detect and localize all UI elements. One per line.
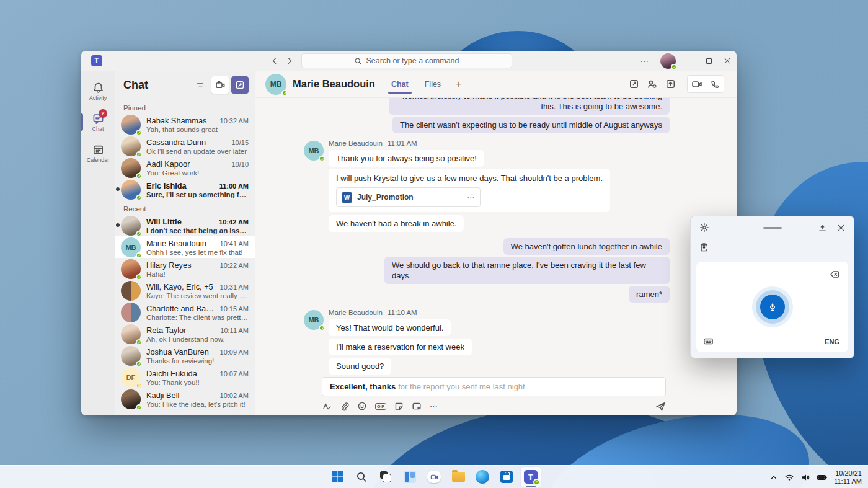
maximize-button[interactable]	[699, 51, 718, 71]
task-view-icon	[380, 471, 391, 482]
compose-area: Excellent, thanks for the report you sen…	[255, 376, 737, 415]
sidebar-item-calendar[interactable]: Calendar	[81, 139, 115, 167]
volume-icon[interactable]	[800, 472, 810, 482]
teams-window: T Search or type a command ⋯	[81, 51, 737, 415]
chat-list-item[interactable]: Cassandra Dunn10/15Ok I'll send an updat…	[115, 135, 255, 157]
sidebar-item-label: Activity	[89, 95, 107, 101]
chat-list-item[interactable]: Will Little10:42 AMI don't see that bein…	[115, 215, 255, 236]
file-more-button[interactable]: ⋯	[467, 192, 475, 203]
microphone-button[interactable]	[752, 286, 793, 327]
schedule-meeting-button[interactable]	[412, 401, 422, 411]
chat-list-item[interactable]: Will, Kayo, Eric, +510:31 AMKayo: The re…	[115, 280, 255, 301]
video-call-button[interactable]	[688, 76, 706, 92]
avatar	[121, 180, 141, 200]
chat-time: 10:41 AM	[220, 240, 249, 247]
language-indicator[interactable]: ENG	[825, 338, 839, 345]
desktop: T Search or type a command ⋯	[0, 0, 868, 488]
battery-icon[interactable]	[817, 472, 828, 482]
sender-name: Marie Beaudouin	[329, 309, 383, 316]
keyboard-icon[interactable]	[703, 336, 714, 347]
meet-now-button[interactable]	[211, 76, 229, 94]
chat-list-item[interactable]: Aadi Kapoor10/10You: Great work!	[115, 157, 255, 179]
start-button[interactable]	[327, 467, 347, 487]
chat-list-item[interactable]: Joshua VanBuren10:09 AMThanks for review…	[115, 345, 255, 366]
drag-handle[interactable]	[763, 227, 782, 229]
backspace-icon[interactable]	[830, 269, 840, 280]
sender-name: Marie Beaudouin	[329, 140, 383, 147]
close-button[interactable]	[718, 51, 737, 71]
message-meta: Marie Beaudouin11:01 AM	[329, 140, 417, 147]
search-input[interactable]: Search or type a command	[301, 53, 512, 68]
chat-list-item[interactable]: Reta Taylor10:11 AMAh, ok I understand n…	[115, 323, 255, 345]
add-tab-button[interactable]: +	[456, 79, 461, 90]
teams-chat-button[interactable]	[424, 467, 444, 487]
search-icon	[355, 471, 368, 483]
avatar-group	[121, 281, 141, 301]
pop-out-chat-button[interactable]	[629, 79, 639, 89]
attach-button[interactable]	[340, 402, 349, 411]
microsoft-store-button[interactable]	[497, 467, 516, 487]
chat-list-item-selected[interactable]: MB Marie Beaudouin10:41 AMOhhh I see, ye…	[115, 236, 255, 258]
chat-name: Kadji Bell	[146, 391, 216, 400]
compose-more-button[interactable]: ⋯	[430, 402, 438, 411]
more-options-button[interactable]: ⋯	[634, 56, 655, 66]
chat-list-item[interactable]: Charlotte and Babak10:15 AMCharlotte: Th…	[115, 301, 255, 323]
avatar	[121, 158, 141, 178]
chat-preview: Yah, that sounds great	[146, 126, 249, 133]
tab-files[interactable]: Files	[423, 73, 442, 96]
send-button[interactable]	[655, 401, 666, 412]
sidebar-item-chat[interactable]: 2 Chat	[81, 108, 115, 136]
message-time: 11:01 AM	[388, 140, 417, 147]
clipboard-heart-icon[interactable]	[699, 242, 709, 252]
gif-button[interactable]: GIF	[375, 403, 386, 410]
format-button[interactable]	[322, 401, 332, 411]
chat-list-item[interactable]: Hilary Reyes10:22 AMHaha!	[115, 258, 255, 280]
message-input[interactable]: Excellent, thanks for the report you sen…	[322, 377, 666, 396]
edge-button[interactable]	[472, 467, 492, 487]
audio-call-button[interactable]	[706, 76, 724, 92]
sticker-button[interactable]	[394, 402, 404, 411]
avatar	[121, 115, 141, 135]
chat-list-item[interactable]: Eric Ishida11:00 AMSure, I'll set up som…	[115, 179, 255, 200]
forward-button[interactable]	[285, 56, 294, 65]
dock-keyboard-icon[interactable]	[818, 223, 827, 233]
presence-badge	[281, 90, 288, 96]
sidebar-item-activity[interactable]: Activity	[81, 77, 115, 105]
close-icon[interactable]	[837, 224, 845, 232]
share-screen-button[interactable]	[665, 79, 676, 89]
teams-app-button[interactable]: T✓	[521, 467, 541, 487]
task-view-button[interactable]	[376, 467, 396, 487]
profile-avatar[interactable]	[660, 53, 676, 69]
new-chat-button[interactable]	[231, 76, 249, 94]
chat-list-item[interactable]: Kadji Bell10:02 AMYou: I like the idea, …	[115, 388, 255, 410]
back-button[interactable]	[270, 56, 279, 65]
file-attachment-card[interactable]: W July_Promotion ⋯	[336, 187, 480, 207]
incoming-message-group: MB Marie Beaudouin11:01 AM Thank you for…	[304, 140, 670, 232]
add-people-button[interactable]	[647, 79, 658, 90]
wifi-icon[interactable]	[784, 472, 794, 482]
app-rail: Activity 2 Chat Calendar	[81, 71, 115, 415]
tray-chevron-up-icon[interactable]	[769, 473, 778, 482]
chat-name: Babak Shammas	[146, 116, 216, 125]
chat-list: Pinned Babak Shammas10:32 AMYah, that so…	[115, 99, 255, 415]
avatar-initials: DF	[121, 368, 141, 388]
chat-list-item[interactable]: Babak Shammas10:32 AMYah, that sounds gr…	[115, 113, 255, 135]
tab-chat[interactable]: Chat	[390, 73, 410, 96]
voice-typing-panel: ENG	[690, 216, 854, 358]
settings-gear-icon[interactable]	[699, 223, 709, 233]
titlebar: T Search or type a command ⋯	[81, 51, 737, 71]
chat-time: 11:00 AM	[219, 182, 249, 190]
chat-list-item[interactable]: DF Daichi Fukuda10:07 AMYou: Thank you!!	[115, 366, 255, 388]
chat-name: Joshua VanBuren	[146, 347, 216, 357]
chat-time: 10:09 AM	[220, 348, 249, 356]
widgets-button[interactable]	[400, 467, 420, 487]
conversation-title: Marie Beaudouin	[293, 78, 375, 90]
emoji-button[interactable]	[357, 401, 367, 411]
chat-name: Eric Ishida	[146, 181, 216, 190]
taskbar-clock[interactable]: 10/20/21 11:11 AM	[834, 469, 862, 486]
filter-button[interactable]	[192, 76, 209, 94]
chat-badge: 2	[99, 109, 107, 118]
minimize-button[interactable]	[681, 51, 699, 71]
taskbar-search-button[interactable]	[352, 467, 371, 487]
file-explorer-button[interactable]	[448, 467, 468, 487]
